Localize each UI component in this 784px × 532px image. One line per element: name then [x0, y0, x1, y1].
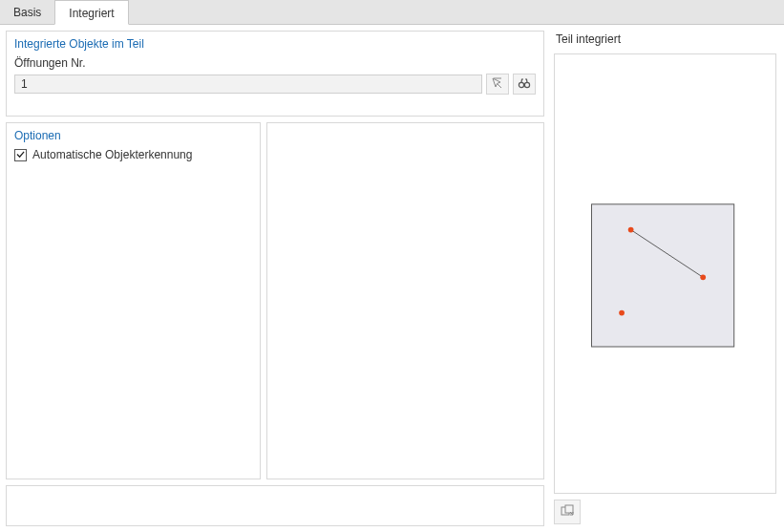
- binoculars-icon: [518, 76, 531, 93]
- tab-bar: Basis Integriert: [0, 0, 784, 25]
- preview-svg: [555, 54, 775, 493]
- preview-title: Teil integriert: [556, 32, 776, 46]
- svg-rect-6: [565, 505, 573, 513]
- openings-input[interactable]: [14, 74, 482, 94]
- blank-panel: [266, 122, 544, 479]
- preview-point: [700, 274, 706, 280]
- pick-button[interactable]: [486, 74, 509, 95]
- options-panel: Optionen Automatische Objekterkennung: [6, 122, 261, 479]
- auto-detect-row: Automatische Objekterkennung: [14, 148, 252, 161]
- preview-area: [554, 53, 776, 494]
- preview-toolbar: [554, 498, 776, 526]
- mid-row: Optionen Automatische Objekterkennung: [6, 122, 544, 479]
- integrated-objects-panel: Integrierte Objekte im Teil Öffnungen Nr…: [6, 31, 544, 117]
- openings-label: Öffnungen Nr.: [14, 56, 536, 70]
- auto-detect-label: Automatische Objekterkennung: [32, 148, 192, 161]
- find-button[interactable]: [513, 74, 536, 95]
- integrated-objects-title: Integrierte Objekte im Teil: [14, 37, 536, 51]
- preview-point: [619, 310, 625, 316]
- svg-point-2: [519, 82, 523, 87]
- left-column: Integrierte Objekte im Teil Öffnungen Nr…: [0, 25, 550, 532]
- preview-point: [628, 227, 634, 233]
- cursor-arrow-icon: [491, 76, 504, 93]
- bottom-panel: [6, 485, 544, 526]
- tab-integriert-label: Integriert: [69, 7, 114, 20]
- options-title: Optionen: [14, 129, 252, 142]
- copy-properties-icon: [560, 503, 575, 521]
- svg-point-3: [524, 82, 529, 87]
- tab-integriert[interactable]: Integriert: [54, 0, 128, 25]
- tab-basis[interactable]: Basis: [0, 0, 54, 24]
- svg-line-0: [498, 84, 501, 88]
- auto-detect-checkbox[interactable]: [14, 149, 27, 161]
- checkmark-icon: [16, 148, 25, 161]
- tab-basis-label: Basis: [13, 6, 41, 19]
- preview-shape-rect: [592, 204, 734, 347]
- right-column: Teil integriert: [550, 25, 784, 532]
- openings-input-row: [14, 74, 536, 95]
- content-area: Integrierte Objekte im Teil Öffnungen Nr…: [0, 25, 784, 532]
- copy-properties-button[interactable]: [554, 500, 581, 524]
